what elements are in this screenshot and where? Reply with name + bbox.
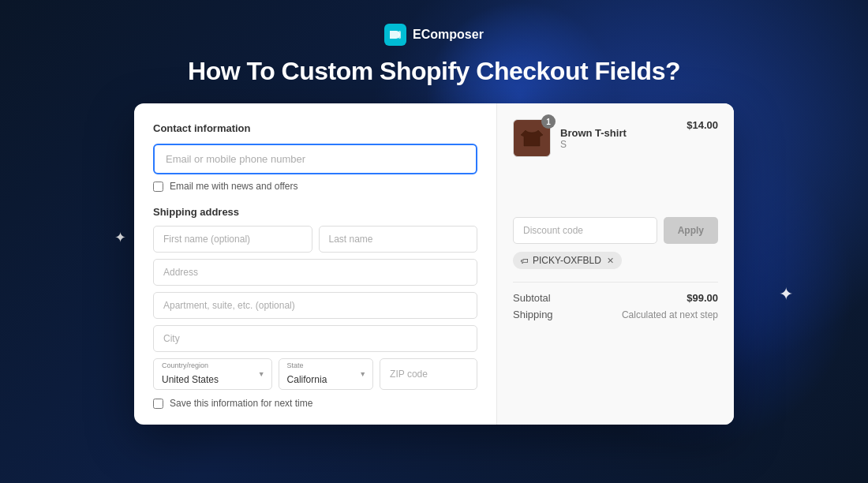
discount-input[interactable] — [513, 217, 657, 244]
last-name-input[interactable] — [319, 226, 478, 253]
page-title: How To Custom Shopify Checkout Fields? — [188, 57, 680, 86]
country-value: United States — [162, 374, 219, 385]
country-select-wrap: Country/region United States ▼ — [153, 358, 272, 390]
state-label: State — [287, 361, 304, 369]
shipping-value: Calculated at next step — [622, 309, 718, 320]
country-label: Country/region — [162, 361, 208, 369]
logo-area: EComposer — [384, 24, 484, 46]
name-row — [153, 226, 477, 253]
coupon-tag-row: 🏷 PICKY-OXFBLD ✕ — [513, 252, 718, 269]
city-input[interactable] — [153, 325, 477, 352]
location-row: Country/region United States ▼ State Cal… — [153, 358, 477, 390]
email-input[interactable] — [153, 144, 477, 174]
checkout-card: Contact information Email me with news a… — [134, 103, 734, 425]
totals-section: Subtotal $99.00 Shipping Calculated at n… — [513, 282, 718, 320]
country-chevron-icon: ▼ — [258, 370, 265, 378]
left-panel: Contact information Email me with news a… — [134, 103, 497, 425]
state-value: California — [287, 374, 327, 385]
state-select[interactable]: State California ▼ — [279, 358, 373, 390]
product-name: Brown T-shirt — [560, 127, 627, 139]
right-panel: 1 Brown T-shirt S $14.00 Apply — [497, 103, 734, 425]
save-label: Save this information for next time — [170, 398, 312, 409]
apply-button[interactable]: Apply — [664, 217, 718, 244]
shipping-label: Shipping — [513, 309, 553, 320]
shipping-section-title: Shipping address — [153, 206, 477, 218]
order-spacer — [513, 170, 718, 217]
address-row — [153, 259, 477, 286]
subtotal-value: $99.00 — [687, 292, 718, 304]
apartment-row — [153, 292, 477, 319]
newsletter-label: Email me with news and offers — [170, 181, 298, 192]
zip-input[interactable] — [380, 358, 477, 390]
coupon-tag: 🏷 PICKY-OXFBLD ✕ — [513, 252, 622, 269]
product-variant: S — [560, 139, 627, 150]
product-info: Brown T-shirt S — [560, 127, 627, 150]
discount-row: Apply — [513, 217, 718, 244]
shipping-row: Shipping Calculated at next step — [513, 309, 718, 320]
coupon-code: PICKY-OXFBLD — [533, 255, 601, 266]
city-row — [153, 325, 477, 352]
save-row: Save this information for next time — [153, 398, 477, 409]
country-select[interactable]: Country/region United States ▼ — [153, 358, 272, 390]
product-image-wrap: 1 — [513, 119, 551, 157]
product-left: 1 Brown T-shirt S — [513, 119, 627, 157]
state-chevron-icon: ▼ — [359, 370, 366, 378]
subtotal-label: Subtotal — [513, 292, 551, 304]
brand-name: EComposer — [413, 28, 484, 42]
address-input[interactable] — [153, 259, 477, 286]
product-price: $14.00 — [687, 119, 718, 131]
remove-coupon-button[interactable]: ✕ — [607, 256, 614, 266]
contact-section-title: Contact information — [153, 122, 477, 134]
newsletter-checkbox[interactable] — [153, 182, 163, 192]
quantity-badge: 1 — [541, 114, 556, 129]
tag-icon: 🏷 — [521, 256, 529, 265]
save-checkbox[interactable] — [153, 399, 163, 409]
first-name-input[interactable] — [153, 226, 312, 253]
product-row: 1 Brown T-shirt S $14.00 — [513, 119, 718, 157]
svg-rect-1 — [398, 31, 401, 39]
apartment-input[interactable] — [153, 292, 477, 319]
newsletter-row: Email me with news and offers — [153, 181, 477, 192]
subtotal-row: Subtotal $99.00 — [513, 292, 718, 304]
state-select-wrap: State California ▼ — [279, 358, 373, 390]
brand-logo-icon — [384, 24, 406, 46]
tshirt-icon — [519, 125, 544, 151]
